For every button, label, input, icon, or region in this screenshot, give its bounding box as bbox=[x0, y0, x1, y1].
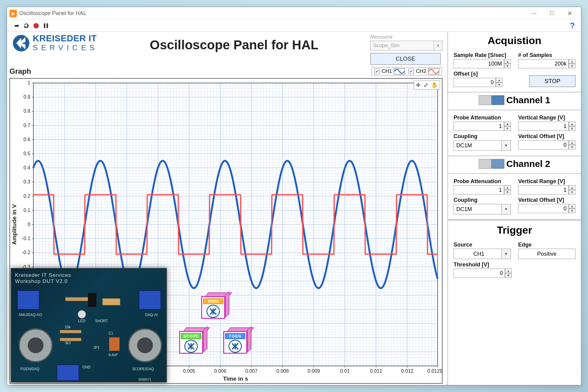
ch2-probe-label: Probe Attenuation bbox=[454, 178, 511, 185]
down-arrow-icon[interactable]: ▼ bbox=[505, 273, 512, 278]
down-arrow-icon[interactable]: ▼ bbox=[569, 209, 575, 213]
svg-text:0.01: 0.01 bbox=[340, 368, 350, 374]
resource-label: Resource bbox=[370, 34, 443, 40]
acquisition-title: Acquistion bbox=[454, 33, 575, 50]
ch2-probe-input[interactable]: 1▲▼ bbox=[454, 185, 511, 194]
stop-button[interactable]: STOP bbox=[530, 75, 575, 87]
svg-rect-345 bbox=[109, 337, 119, 351]
svg-text:3098571: 3098571 bbox=[138, 378, 151, 381]
down-arrow-icon[interactable]: ▼ bbox=[569, 126, 575, 131]
down-arrow-icon[interactable]: ▼ bbox=[504, 190, 511, 194]
app-window: ▶ Oscilloscope Panel for HAL — ☐ ✕ ➡ ? bbox=[7, 7, 581, 385]
ch1-checkbox[interactable]: ✔ bbox=[374, 69, 380, 74]
content: KREISEDER IT SERVICES Oscilloscope Panel… bbox=[7, 32, 581, 385]
ch1-title: Channel 1 bbox=[506, 95, 550, 105]
svg-text:0.3: 0.3 bbox=[24, 179, 30, 184]
logo: KREISEDER IT SERVICES bbox=[12, 34, 98, 52]
trigger-threshold-input[interactable]: 0▲▼ bbox=[454, 269, 512, 278]
abort-icon[interactable] bbox=[33, 22, 40, 29]
resource-block: Resource Scope_Sim ▼ CLOSE bbox=[370, 34, 443, 65]
dmm-box[interactable]: DMM bbox=[201, 292, 229, 319]
down-arrow-icon[interactable]: ▼ bbox=[569, 190, 575, 194]
svg-point-336 bbox=[28, 337, 44, 353]
close-window-button[interactable]: ✕ bbox=[561, 8, 579, 19]
svg-text:0.4: 0.4 bbox=[24, 165, 30, 170]
trigger-threshold-label: Threshold [V] bbox=[454, 262, 512, 268]
toolbar: ➡ ? bbox=[7, 20, 581, 32]
trigger-edge-display[interactable]: Positive bbox=[518, 249, 575, 259]
chevron-down-icon: ▼ bbox=[501, 204, 511, 214]
ch2-voffset-label: Vertical Offset [V] bbox=[518, 197, 575, 203]
down-arrow-icon[interactable]: ▼ bbox=[496, 82, 503, 87]
ch1-vrange-input[interactable]: 1▲▼ bbox=[518, 122, 575, 131]
scope-box[interactable]: SCOPE bbox=[179, 327, 207, 354]
up-arrow-icon[interactable]: ▲ bbox=[505, 269, 512, 273]
svg-point-338 bbox=[137, 337, 153, 353]
titlebar: ▶ Oscilloscope Panel for HAL — ☐ ✕ bbox=[7, 7, 581, 20]
up-arrow-icon[interactable]: ▲ bbox=[504, 185, 511, 190]
ch1-coupling-label: Coupling bbox=[454, 133, 511, 140]
trigger-source-select[interactable]: CH1▼ bbox=[454, 249, 511, 259]
svg-text:Time in s: Time in s bbox=[223, 375, 248, 382]
run-icon[interactable]: ➡ bbox=[13, 22, 20, 29]
down-arrow-icon[interactable]: ▼ bbox=[504, 126, 511, 131]
ch2-coupling-select[interactable]: DC1M▼ bbox=[454, 204, 511, 214]
down-arrow-icon[interactable]: ▼ bbox=[504, 64, 511, 68]
cursor-tool-icon[interactable]: ✛ bbox=[416, 82, 420, 89]
up-arrow-icon[interactable]: ▲ bbox=[569, 204, 575, 209]
header-row: KREISEDER IT SERVICES Oscilloscope Panel… bbox=[7, 32, 447, 67]
fgen-box[interactable]: FGEN bbox=[223, 327, 251, 354]
svg-rect-341 bbox=[88, 293, 96, 307]
trigger-edge-label: Edge bbox=[518, 242, 575, 248]
ch1-probe-input[interactable]: 1▲▼ bbox=[454, 122, 511, 131]
zoom-tool-icon[interactable]: ⤢ bbox=[424, 82, 428, 89]
svg-point-342 bbox=[78, 310, 86, 318]
svg-text:JP1: JP1 bbox=[93, 345, 100, 350]
side-panel: Acquistion Sample Rate [S/sec] 100M ▲▼ #… bbox=[448, 32, 581, 385]
app-icon: ▶ bbox=[9, 10, 17, 17]
window-title: Oscilloscope Panel for HAL bbox=[19, 10, 525, 17]
num-samples-input[interactable]: 200k ▲▼ bbox=[518, 59, 575, 68]
up-arrow-icon[interactable]: ▲ bbox=[569, 122, 575, 126]
run-continuous-icon[interactable] bbox=[23, 22, 30, 29]
svg-text:1: 1 bbox=[28, 80, 30, 85]
num-samples-label: # of Samples bbox=[518, 52, 575, 58]
ch2-vrange-input[interactable]: 1▲▼ bbox=[518, 185, 575, 194]
page-title: Oscilloscope Panel for HAL bbox=[98, 34, 370, 52]
up-arrow-icon[interactable]: ▲ bbox=[504, 59, 511, 64]
legend-ch1-swatch bbox=[394, 68, 405, 74]
svg-rect-332 bbox=[17, 291, 39, 310]
down-arrow-icon[interactable]: ▼ bbox=[569, 145, 575, 149]
ch2-swatch bbox=[479, 159, 504, 169]
sample-rate-input[interactable]: 100M ▲▼ bbox=[454, 59, 511, 68]
svg-rect-1 bbox=[44, 23, 45, 28]
legend-item-ch2: ✔ CH2 bbox=[409, 68, 439, 74]
trigger-section: Trigger Source CH1▼ Edge Positive Thresh… bbox=[448, 220, 581, 283]
svg-text:0.011: 0.011 bbox=[370, 368, 382, 374]
up-arrow-icon[interactable]: ▲ bbox=[569, 140, 575, 145]
offset-input[interactable]: 0 ▲▼ bbox=[454, 78, 503, 87]
maximize-button[interactable]: ☐ bbox=[543, 8, 561, 19]
up-arrow-icon[interactable]: ▲ bbox=[496, 78, 503, 82]
ch1-coupling-select[interactable]: DC1M▼ bbox=[454, 140, 511, 151]
pan-tool-icon[interactable]: ✋ bbox=[431, 82, 438, 89]
up-arrow-icon[interactable]: ▲ bbox=[569, 59, 575, 64]
help-icon[interactable]: ? bbox=[570, 21, 575, 30]
up-arrow-icon[interactable]: ▲ bbox=[504, 122, 511, 126]
up-arrow-icon[interactable]: ▲ bbox=[569, 185, 575, 190]
ch2-checkbox[interactable]: ✔ bbox=[409, 69, 414, 74]
svg-text:GND: GND bbox=[82, 365, 91, 369]
minimize-button[interactable]: — bbox=[525, 8, 543, 19]
svg-rect-339 bbox=[66, 297, 89, 301]
svg-text:0.2: 0.2 bbox=[24, 194, 30, 199]
ch1-voffset-input[interactable]: 0▲▼ bbox=[518, 140, 575, 149]
main-panel: KREISEDER IT SERVICES Oscilloscope Panel… bbox=[7, 32, 448, 385]
close-panel-button[interactable]: CLOSE bbox=[370, 53, 441, 65]
down-arrow-icon[interactable]: ▼ bbox=[569, 64, 575, 68]
svg-text:0: 0 bbox=[28, 222, 30, 227]
acquisition-section: Acquistion Sample Rate [S/sec] 100M ▲▼ #… bbox=[448, 32, 581, 92]
resource-select[interactable]: Scope_Sim ▼ bbox=[370, 41, 443, 51]
pause-icon[interactable] bbox=[43, 22, 49, 29]
svg-text:SHORT: SHORT bbox=[95, 319, 108, 323]
ch2-voffset-input[interactable]: 0▲▼ bbox=[518, 204, 575, 213]
